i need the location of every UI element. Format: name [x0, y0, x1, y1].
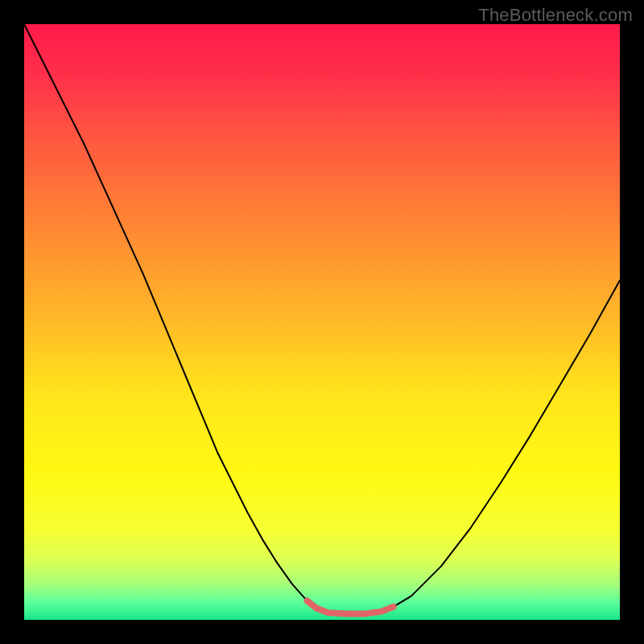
- watermark-text: TheBottleneck.com: [478, 5, 633, 26]
- chart-plot-background: [24, 24, 620, 620]
- chart-canvas-wrap: [0, 0, 644, 644]
- bottleneck-chart: [0, 0, 644, 644]
